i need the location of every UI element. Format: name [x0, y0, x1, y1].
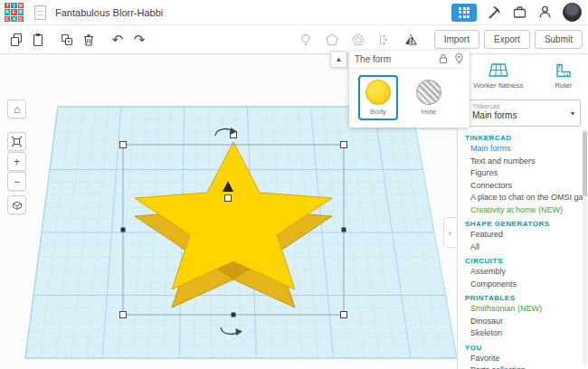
- import-button[interactable]: Import: [434, 30, 479, 49]
- section-header-printables: PRINTABLES: [458, 290, 588, 303]
- sidebar-item-components[interactable]: Components: [458, 279, 588, 291]
- export-button[interactable]: Export: [484, 30, 530, 49]
- shapes-sidebar: Worker flatness Ruler Tinkercad Main for…: [457, 54, 588, 369]
- workplane-grid-icon: [488, 62, 509, 79]
- sidebar-tools: Worker flatness Ruler: [458, 54, 588, 96]
- scale-handle[interactable]: [341, 142, 347, 148]
- toolbar-right: Import Export Submit: [295, 29, 588, 51]
- show-all-button[interactable]: [295, 29, 317, 51]
- logo-letter: K: [5, 9, 10, 14]
- category-list: TINKERCAD Main forms Text and numbers Fi…: [458, 130, 588, 369]
- perspective-toggle-button[interactable]: [7, 195, 26, 214]
- sidebar-item-all[interactable]: All: [458, 241, 588, 254]
- shape-inspector: ▲ The form Body: [330, 51, 469, 128]
- zoom-in-button[interactable]: +: [7, 152, 26, 171]
- logo-letter: C: [5, 16, 10, 22]
- inspector-title: The form: [355, 54, 391, 64]
- design-title[interactable]: Fantabulous Blorr-Habbi: [55, 7, 163, 18]
- paste-button[interactable]: [27, 29, 49, 51]
- scrollbar-thumb[interactable]: [583, 131, 587, 196]
- chevron-down-icon: ▾: [571, 109, 574, 118]
- lock-icon[interactable]: [438, 52, 449, 68]
- logo-letter: N: [18, 3, 24, 8]
- profile-icon[interactable]: [537, 5, 553, 20]
- tinker-pickaxe-icon[interactable]: [487, 5, 502, 20]
- home-view-button[interactable]: ⌂: [7, 99, 26, 118]
- submit-button[interactable]: Submit: [535, 30, 583, 49]
- edit-toolbar: ↶ ↷ Import Export Submit: [0, 25, 588, 54]
- tinkercad-app: T I N K E R C A D Fantabulous Blorr-Habb…: [0, 0, 588, 369]
- edge-handle[interactable]: [121, 228, 126, 232]
- sidebar-item-parts-collection[interactable]: Parts collection: [458, 364, 588, 369]
- sidebar-item-creativity-at-home[interactable]: Creativity at home (NEW): [458, 204, 588, 217]
- hole-label: Hole: [422, 108, 436, 116]
- apps-grid-button[interactable]: [451, 4, 477, 22]
- avatar[interactable]: [563, 3, 582, 22]
- sidebar-item-featured[interactable]: Featured: [458, 229, 588, 241]
- scale-handle[interactable]: [341, 312, 347, 318]
- header-actions: [451, 3, 588, 22]
- collapse-panel-button[interactable]: ›: [443, 217, 456, 248]
- body-swatch[interactable]: Body: [358, 75, 398, 120]
- apps-grid-icon: [459, 7, 469, 18]
- edge-handle[interactable]: [342, 228, 346, 232]
- briefcase-icon[interactable]: [512, 5, 527, 20]
- logo-letter: I: [11, 3, 16, 8]
- undo-button[interactable]: ↶: [107, 29, 128, 51]
- section-header-shape-generators: SHAPE GENERATORS: [458, 216, 588, 229]
- pin-icon[interactable]: [454, 52, 464, 68]
- shape-category-dropdown[interactable]: Tinkercad Main forms ▾: [465, 99, 581, 127]
- undo-icon: ↶: [112, 33, 124, 46]
- body-color-circle: [365, 80, 391, 105]
- align-button[interactable]: [374, 29, 395, 51]
- ruler-tool-label: Ruler: [555, 81, 572, 90]
- ruler-tool[interactable]: Ruler: [549, 61, 578, 91]
- sidebar-item-main-forms[interactable]: Main forms: [458, 143, 588, 156]
- logo-letter: D: [18, 16, 24, 22]
- zoom-out-button[interactable]: −: [7, 172, 26, 191]
- fit-view-button[interactable]: [7, 132, 26, 151]
- delete-button[interactable]: [78, 29, 100, 51]
- sidebar-item-skeleton[interactable]: Skeleton: [458, 327, 588, 340]
- sidebar-item-figures[interactable]: Figures: [458, 167, 588, 180]
- document-icon[interactable]: [34, 5, 46, 20]
- redo-button[interactable]: ↷: [128, 29, 150, 51]
- group-button[interactable]: [321, 29, 343, 51]
- logo-letter: A: [11, 16, 16, 22]
- logo-letter: E: [11, 9, 16, 14]
- ruler-icon: [555, 62, 573, 79]
- inspector-body: Body Hole: [349, 69, 469, 128]
- section-header-circuits: CIRCUITS: [458, 253, 588, 266]
- sidebar-item-dinosaur[interactable]: Dinosaur: [458, 316, 588, 328]
- logo-letter: T: [5, 3, 10, 8]
- redo-icon: ↷: [134, 33, 146, 46]
- top-scale-handle[interactable]: [225, 195, 232, 202]
- workplane-tool[interactable]: Worker flatness: [468, 61, 528, 91]
- sidebar-item-smithsonian[interactable]: Smithsonian (NEW): [458, 303, 588, 316]
- edge-handle[interactable]: [232, 313, 236, 317]
- scale-handle[interactable]: [120, 142, 127, 148]
- duplicate-button[interactable]: [56, 29, 78, 51]
- inspector-panel: The form Body Hole: [349, 51, 469, 128]
- workplane-tool-label: Worker flatness: [473, 81, 523, 90]
- sidebar-scrollbar[interactable]: [583, 130, 587, 365]
- copy-button[interactable]: [5, 29, 27, 51]
- inspector-header: The form: [349, 51, 469, 69]
- app-header: T I N K E R C A D Fantabulous Blorr-Habb…: [0, 0, 588, 25]
- sidebar-item-assembly[interactable]: Assembly: [458, 266, 588, 279]
- body-label: Body: [370, 108, 386, 116]
- section-header-tinkercad: TINKERCAD: [458, 130, 588, 143]
- sidebar-item-omsi-chat[interactable]: A place to chat on the OMSI game: [458, 192, 588, 204]
- tinkercad-logo[interactable]: T I N K E R C A D: [5, 3, 24, 22]
- dropdown-value: Main forms: [472, 110, 565, 121]
- mirror-button[interactable]: [400, 29, 422, 51]
- sidebar-item-connectors[interactable]: Connectors: [458, 180, 588, 193]
- sidebar-item-favorite[interactable]: Favorite: [458, 353, 588, 365]
- ungroup-button[interactable]: [347, 29, 369, 51]
- hole-swatch[interactable]: Hole: [409, 75, 449, 120]
- scale-handle[interactable]: [120, 312, 127, 318]
- collapse-inspector-button[interactable]: ▲: [330, 51, 347, 68]
- section-header-you: YOU: [458, 340, 588, 353]
- sidebar-item-text-and-numbers[interactable]: Text and numbers: [458, 156, 588, 168]
- hole-pattern-circle: [416, 80, 441, 105]
